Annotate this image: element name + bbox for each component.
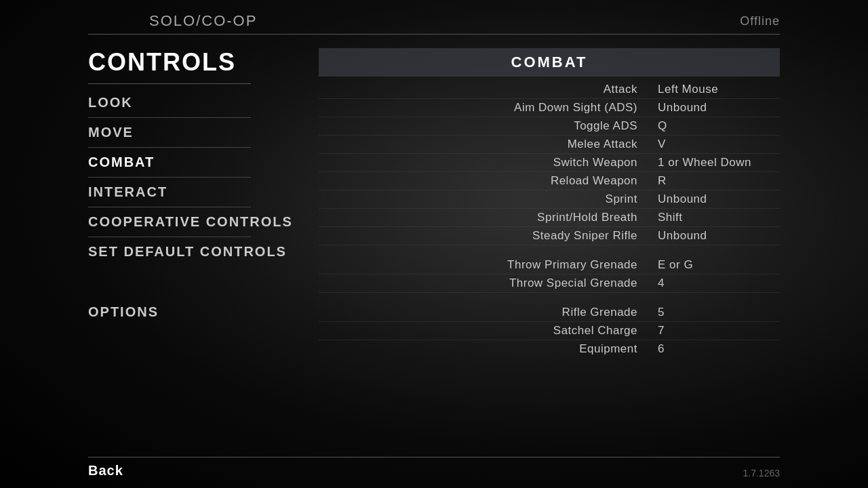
right-panel: COMBAT Attack Left Mouse Aim Down Sight …: [305, 35, 780, 457]
control-name-melee: Melee Attack: [319, 138, 658, 151]
control-name-satchel: Satchel Charge: [319, 324, 658, 338]
gap-row-1: [319, 245, 780, 256]
control-key-rifle-grenade: 5: [658, 306, 780, 319]
control-key-sprint-hold: Shift: [658, 211, 780, 224]
combat-section-title: COMBAT: [511, 54, 588, 70]
controls-list: Attack Left Mouse Aim Down Sight (ADS) U…: [319, 81, 780, 358]
control-row-attack[interactable]: Attack Left Mouse: [319, 81, 780, 99]
control-key-toggle-ads: Q: [658, 119, 780, 133]
control-name-throw-special: Throw Special Grenade: [319, 277, 658, 290]
subtitle: SOLO/CO-OP: [149, 12, 257, 30]
control-key-attack: Left Mouse: [658, 83, 780, 96]
control-name-rifle-grenade: Rifle Grenade: [319, 306, 658, 319]
control-key-sprint: Unbound: [658, 192, 780, 206]
control-row-satchel[interactable]: Satchel Charge 7: [319, 322, 780, 340]
control-key-melee: V: [658, 138, 780, 151]
control-key-switch-weapon: 1 or Wheel Down: [658, 156, 780, 169]
control-name-equipment: Equipment: [319, 342, 658, 356]
control-key-steady-sniper: Unbound: [658, 229, 780, 243]
control-name-attack: Attack: [319, 83, 658, 96]
control-name-throw-primary: Throw Primary Grenade: [319, 258, 658, 272]
control-row-throw-primary[interactable]: Throw Primary Grenade E or G: [319, 256, 780, 274]
sidebar-item-cooperative[interactable]: COOPERATIVE CONTROLS: [88, 209, 305, 235]
control-row-rifle-grenade[interactable]: Rifle Grenade 5: [319, 304, 780, 322]
sidebar-divider-3: [88, 177, 251, 178]
control-name-sprint: Sprint: [319, 192, 658, 206]
gap-row-2: [319, 293, 780, 304]
bottom-bar: Back 1.7.1263: [0, 463, 868, 488]
control-row-sprint[interactable]: Sprint Unbound: [319, 190, 780, 209]
control-name-sprint-hold: Sprint/Hold Breath: [319, 211, 658, 224]
control-name-ads: Aim Down Sight (ADS): [319, 101, 658, 115]
control-key-throw-special: 4: [658, 277, 780, 290]
sidebar-item-interact[interactable]: INTERACT: [88, 179, 305, 205]
sidebar-item-set-default[interactable]: SET DEFAULT CONTROLS: [88, 239, 305, 265]
control-row-sprint-hold[interactable]: Sprint/Hold Breath Shift: [319, 209, 780, 227]
control-row-steady-sniper[interactable]: Steady Sniper Rifle Unbound: [319, 227, 780, 245]
control-row-reload[interactable]: Reload Weapon R: [319, 172, 780, 190]
control-key-equipment: 6: [658, 342, 780, 356]
control-name-switch-weapon: Switch Weapon: [319, 156, 658, 169]
sidebar: CONTROLS LOOK MOVE COMBAT INTERACT COOPE…: [88, 35, 305, 457]
control-key-throw-primary: E or G: [658, 258, 780, 272]
control-key-satchel: 7: [658, 324, 780, 338]
control-name-reload: Reload Weapon: [319, 174, 658, 188]
sidebar-divider-1: [88, 117, 251, 118]
control-row-melee[interactable]: Melee Attack V: [319, 136, 780, 154]
control-name-steady-sniper: Steady Sniper Rifle: [319, 229, 658, 243]
control-key-reload: R: [658, 174, 780, 188]
bottom-divider: [88, 457, 780, 458]
sidebar-item-options[interactable]: OPTIONS: [88, 299, 305, 325]
options-section: OPTIONS: [88, 299, 305, 325]
sidebar-divider-4: [88, 207, 251, 207]
control-row-ads[interactable]: Aim Down Sight (ADS) Unbound: [319, 99, 780, 117]
sidebar-item-look[interactable]: LOOK: [88, 89, 305, 116]
control-key-ads: Unbound: [658, 101, 780, 115]
combat-header: COMBAT: [319, 48, 780, 77]
sidebar-item-move[interactable]: MOVE: [88, 119, 305, 146]
sidebar-nav: LOOK MOVE COMBAT INTERACT COOPERATIVE CO…: [88, 89, 305, 265]
control-row-equipment[interactable]: Equipment 6: [319, 340, 780, 358]
control-row-switch-weapon[interactable]: Switch Weapon 1 or Wheel Down: [319, 154, 780, 172]
page-title: CONTROLS: [88, 48, 305, 77]
control-row-toggle-ads[interactable]: Toggle ADS Q: [319, 117, 780, 136]
sidebar-divider-2: [88, 147, 251, 148]
control-row-throw-special[interactable]: Throw Special Grenade 4: [319, 274, 780, 293]
control-name-toggle-ads: Toggle ADS: [319, 119, 658, 133]
version-text: 1.7.1263: [743, 468, 781, 479]
sidebar-divider-5: [88, 237, 251, 237]
sidebar-top-divider: [88, 83, 251, 84]
back-button[interactable]: Back: [88, 463, 123, 479]
offline-status: Offline: [740, 14, 780, 28]
sidebar-item-combat[interactable]: COMBAT: [88, 149, 305, 176]
